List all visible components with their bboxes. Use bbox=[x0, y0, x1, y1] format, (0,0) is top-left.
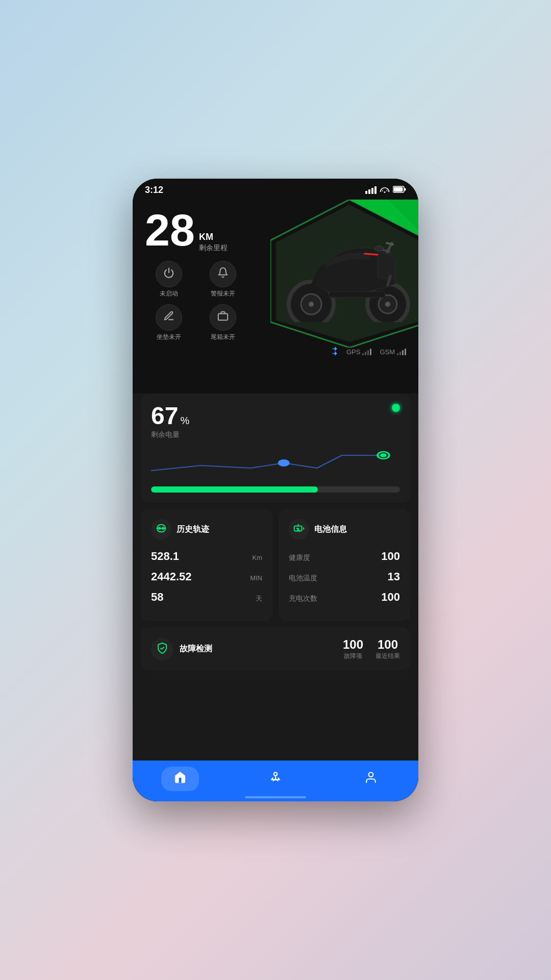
signal-icon bbox=[365, 186, 377, 194]
battery-info-card[interactable]: 电池信息 健康度 100 电池温度 13 充电次数 100 bbox=[279, 509, 410, 621]
ride-icon bbox=[269, 771, 282, 787]
history-title: 历史轨迹 bbox=[177, 524, 209, 535]
gsm-label: GSM bbox=[380, 348, 395, 356]
fault-stats: 100 故障项 100 最近结果 bbox=[343, 638, 400, 660]
history-unit-0: Km bbox=[253, 554, 263, 561]
svg-point-24 bbox=[279, 460, 289, 466]
control-grid: 未启动 警报未开 bbox=[145, 261, 247, 341]
battery-header: 67 % 剩余电量 bbox=[151, 404, 400, 439]
nav-ride[interactable] bbox=[257, 767, 294, 791]
alarm-label: 警报未开 bbox=[211, 289, 235, 298]
svg-rect-2 bbox=[405, 188, 406, 190]
wifi-icon bbox=[380, 186, 390, 195]
seat-button[interactable]: 坐垫未开 bbox=[145, 304, 193, 341]
battery-health-value: 100 bbox=[381, 550, 400, 563]
history-card[interactable]: 历史轨迹 528.1 Km 2442.52 MIN 58 天 bbox=[141, 509, 272, 621]
history-unit-1: MIN bbox=[250, 574, 262, 582]
history-value-2: 58 bbox=[151, 591, 163, 604]
gps-label: GPS bbox=[346, 348, 360, 356]
battery-info-title: 电池信息 bbox=[314, 524, 347, 535]
battery-charge-value: 100 bbox=[381, 591, 400, 604]
battery-status-icon bbox=[393, 186, 406, 195]
svg-rect-21 bbox=[218, 313, 228, 320]
battery-progress-fill bbox=[151, 486, 318, 493]
history-value-0: 528.1 bbox=[151, 550, 179, 563]
main-content[interactable]: 67 % 剩余电量 bbox=[133, 394, 418, 781]
status-time: 3:12 bbox=[145, 185, 163, 195]
mileage-label: 剩余里程 bbox=[199, 243, 228, 253]
profile-icon bbox=[364, 771, 378, 787]
fault-icon-circle bbox=[151, 638, 173, 660]
battery-charge-row: 充电次数 100 bbox=[289, 591, 400, 604]
seat-icon bbox=[163, 310, 174, 325]
bottom-navigation bbox=[133, 761, 418, 801]
trunk-icon bbox=[217, 310, 229, 325]
history-icon-circle bbox=[151, 519, 171, 540]
hero-section: 28 KM 剩余里程 bbox=[133, 200, 418, 394]
history-card-header: 历史轨迹 bbox=[151, 519, 262, 540]
fault-recent-value: 100 bbox=[375, 638, 400, 652]
battery-card: 67 % 剩余电量 bbox=[141, 394, 410, 503]
status-icons bbox=[365, 186, 406, 195]
power-label: 未启动 bbox=[160, 289, 178, 298]
bluetooth-icon bbox=[331, 346, 338, 358]
history-stat-0: 528.1 Km bbox=[151, 550, 262, 563]
battery-chart bbox=[151, 448, 400, 478]
nav-home[interactable] bbox=[161, 767, 199, 791]
history-route-icon bbox=[156, 523, 167, 536]
battery-charge-label: 充电次数 bbox=[289, 594, 317, 603]
shield-check-icon bbox=[156, 642, 168, 656]
battery-percentage: 67 bbox=[151, 404, 178, 428]
power-icon bbox=[163, 267, 174, 281]
info-grid: 历史轨迹 528.1 Km 2442.52 MIN 58 天 bbox=[141, 509, 410, 621]
seat-label: 坐垫未开 bbox=[157, 333, 181, 341]
fault-count-value: 100 bbox=[343, 638, 363, 652]
fault-title: 故障检测 bbox=[180, 644, 212, 654]
fault-count-stat: 100 故障项 bbox=[343, 638, 363, 660]
alarm-button[interactable]: 警报未开 bbox=[199, 261, 247, 298]
battery-label: 剩余电量 bbox=[151, 430, 189, 439]
battery-sign: % bbox=[180, 415, 189, 427]
gps-signal bbox=[362, 349, 371, 355]
connectivity-row: GPS GSM bbox=[145, 341, 406, 364]
svg-point-26 bbox=[380, 453, 387, 457]
mileage-display: 28 KM 剩余里程 bbox=[145, 208, 406, 253]
battery-progress-bar bbox=[151, 486, 400, 493]
fault-recent-label: 最近结果 bbox=[375, 652, 400, 660]
fault-card[interactable]: 故障检测 100 故障项 100 最近结果 bbox=[141, 627, 410, 671]
phone-frame: 3:12 bbox=[133, 179, 418, 801]
gps-indicator: GPS bbox=[346, 348, 371, 356]
history-unit-2: 天 bbox=[256, 594, 262, 603]
svg-rect-17 bbox=[329, 291, 385, 298]
battery-temp-value: 13 bbox=[388, 570, 400, 583]
alarm-icon bbox=[217, 267, 229, 281]
mileage-sub: KM 剩余里程 bbox=[199, 232, 228, 253]
status-bar: 3:12 bbox=[133, 179, 418, 200]
nav-profile[interactable] bbox=[352, 767, 390, 791]
svg-rect-1 bbox=[394, 187, 403, 191]
battery-health-label: 健康度 bbox=[289, 553, 310, 562]
svg-point-13 bbox=[385, 302, 390, 307]
fault-left: 故障检测 bbox=[151, 638, 212, 660]
power-button[interactable]: 未启动 bbox=[145, 261, 193, 298]
mileage-number: 28 bbox=[145, 208, 195, 253]
history-stat-1: 2442.52 MIN bbox=[151, 570, 262, 583]
battery-health-row: 健康度 100 bbox=[289, 550, 400, 563]
svg-point-10 bbox=[309, 302, 314, 307]
svg-line-16 bbox=[365, 254, 378, 255]
fault-recent-stat: 100 最近结果 bbox=[375, 638, 400, 660]
trunk-button[interactable]: 尾箱未开 bbox=[199, 304, 247, 341]
nav-inner bbox=[133, 767, 418, 791]
svg-point-27 bbox=[159, 527, 161, 529]
gsm-indicator: GSM bbox=[380, 348, 406, 356]
mileage-unit: KM bbox=[199, 232, 228, 242]
home-indicator bbox=[245, 796, 306, 798]
history-stat-2: 58 天 bbox=[151, 591, 262, 604]
gsm-signal bbox=[397, 349, 406, 355]
battery-info-icon-circle bbox=[289, 519, 309, 540]
online-indicator bbox=[392, 404, 400, 412]
battery-charging-icon bbox=[293, 523, 305, 536]
battery-temp-label: 电池温度 bbox=[289, 574, 317, 583]
trunk-label: 尾箱未开 bbox=[211, 333, 235, 341]
history-value-1: 2442.52 bbox=[151, 570, 192, 583]
